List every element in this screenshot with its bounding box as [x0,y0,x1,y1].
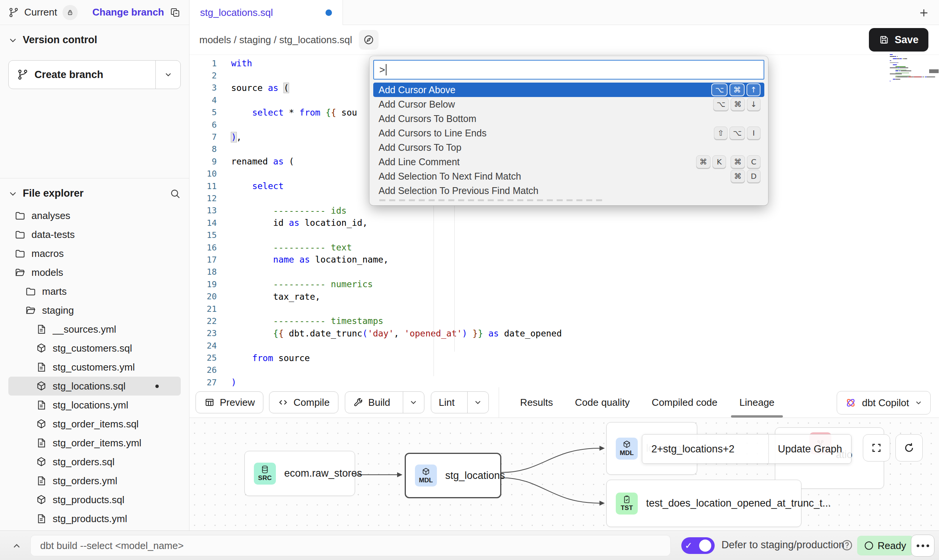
command-item[interactable]: Add Selection To Previous Find Match [373,183,764,198]
file-item-stg-locations-yml[interactable]: stg_locations.yml [8,396,181,415]
command-item[interactable]: Add Cursors To Top [373,140,764,155]
file-icon [36,324,47,335]
navigate-chip[interactable] [359,30,379,50]
status-bar: dbt build --select <model_name> ✓ Defer … [0,530,939,560]
unsaved-dot-icon [155,385,159,388]
change-branch-link[interactable]: Change branch [92,6,164,18]
build-dropdown[interactable] [403,392,424,413]
more-options-button[interactable] [911,535,934,557]
code-line-22: 22 ---------- timestamps [189,315,939,327]
dbt-command-input[interactable]: dbt build --select <model_name> [30,535,671,556]
git-branch-icon [17,69,28,80]
compile-button[interactable]: Compile [269,391,338,413]
code-text: name as location_name, [231,255,388,264]
selector-input[interactable]: 2+stg_locations+2 [642,443,768,455]
command-item[interactable]: Add Cursor Above⌥⌘↑ [373,83,764,97]
command-item[interactable]: Add Cursors to Line Ends⇧⌥I [373,126,764,140]
lineage-node-stg-locations[interactable]: MDL stg_locations [405,453,501,498]
file-item-label: stg_customers.sql [53,343,132,354]
save-button[interactable]: Save [869,28,928,52]
source-badge: SRC [254,463,276,485]
fullscreen-button[interactable] [863,434,890,461]
command-palette-input[interactable]: > [373,60,764,80]
help-icon[interactable] [840,539,853,552]
lineage-selector: 2+stg_locations+2 Update Graph [642,434,851,464]
folder-icon [25,286,36,297]
key-cap: C [747,155,761,168]
file-item-analyses[interactable]: analyses [8,206,181,225]
expand-panel-button[interactable] [9,538,24,554]
code-line-19: 19 ---------- numerics [189,278,939,290]
file-item-stg-locations-sql[interactable]: stg_locations.sql [8,377,181,396]
breadcrumb-row: models / staging / stg_locations.sql Sav… [189,25,939,55]
create-branch-button[interactable]: Create branch [8,60,181,89]
panel-tab-code-quality[interactable]: Code quality [575,387,630,418]
file-icon [36,437,47,449]
panel-tab-lineage[interactable]: Lineage [739,387,775,418]
line-number: 16 [189,243,231,252]
line-number: 23 [189,328,231,338]
file-item-stg-customers-yml[interactable]: stg_customers.yml [8,358,181,377]
command-item[interactable]: Add Cursor Below⌥⌘↓ [373,97,764,111]
file-item-staging[interactable]: staging [8,301,181,320]
command-item[interactable]: Add Selection To Next Find Match⌘D [373,169,764,183]
panel-tab-compiled-code[interactable]: Compiled code [652,387,717,418]
lineage-node-source[interactable]: SRC ecom.raw_stores [244,451,355,496]
save-label: Save [895,34,919,46]
status-circle-icon [865,541,873,550]
copy-icon[interactable] [169,7,181,18]
lint-dropdown[interactable] [467,392,488,413]
command-palette: > Add Cursor Above⌥⌘↑Add Cursor Below⌥⌘↓… [369,56,768,205]
code-text: select * from {{ sou [231,108,357,117]
lineage-node-test[interactable]: TST test_does_location_opened_at_trunc_t… [606,480,801,527]
line-number: 25 [189,353,231,363]
line-number: 27 [189,378,231,387]
table-icon [204,397,215,408]
file-item-models[interactable]: models [8,263,181,282]
file-item-stg-order-items-sql[interactable]: stg_order_items.sql [8,415,181,433]
line-number: 5 [189,108,231,117]
create-branch-dropdown[interactable] [155,61,180,89]
command-item[interactable]: Add Line Comment⌘K⌘C [373,155,764,169]
file-item-stg-products-yml[interactable]: stg_products.yml [8,509,181,528]
key-cap: ⌘ [729,83,745,96]
editor-minimap[interactable] [890,54,931,84]
chevron-down-icon [164,70,173,79]
file-item-macros[interactable]: macros [8,244,181,263]
file-item-stg-products-sql[interactable]: stg_products.sql [8,490,181,509]
file-item-stg-order-items-yml[interactable]: stg_order_items.yml [8,433,181,452]
chevron-down-icon[interactable] [8,36,17,45]
new-tab-button[interactable] [916,5,932,21]
scrollbar-indicator[interactable] [929,69,939,73]
tab-stg-locations-sql[interactable]: stg_locations.sql [189,0,343,25]
command-item[interactable]: Add Cursors To Bottom [373,111,764,126]
dbt-copilot-button[interactable]: dbt Copilot [837,391,931,415]
file-item-label: stg_orders.sql [53,456,114,468]
lineage-panel[interactable]: SRC ecom.raw_stores MDL stg_locations MD… [189,418,939,530]
command-item-clipped [373,198,764,203]
defer-toggle[interactable]: ✓ [681,537,715,554]
code-text: tax_rate, [231,292,320,302]
file-item-stg-customers-sql[interactable]: stg_customers.sql [8,339,181,358]
file-item--sources-yml[interactable]: __sources.yml [8,320,181,339]
chevron-down-icon[interactable] [8,189,17,198]
file-item-stg-orders-yml[interactable]: stg_orders.yml [8,471,181,490]
panel-tab-results[interactable]: Results [520,387,553,418]
shortcut-keys: ⇧⌥I [714,127,761,139]
file-item-label: staging [42,305,74,316]
preview-button[interactable]: Preview [196,391,263,413]
build-button[interactable]: Build [345,391,424,413]
code-line-26: 26 [189,364,939,376]
file-item-stg-orders-sql[interactable]: stg_orders.sql [8,452,181,471]
refresh-button[interactable] [895,434,923,461]
file-item-marts[interactable]: marts [8,282,181,301]
line-number: 1 [189,59,231,68]
update-graph-button[interactable]: Update Graph [768,435,851,463]
ide-status-ready[interactable]: Ready [857,536,914,555]
badge-label: SRC [258,474,272,482]
code-text: renamed as ( [231,156,294,166]
lint-button[interactable]: Lint [431,391,489,413]
file-item-data-tests[interactable]: data-tests [8,225,181,244]
search-icon[interactable] [169,188,181,199]
code-line-17: 17 name as location_name, [189,253,939,266]
